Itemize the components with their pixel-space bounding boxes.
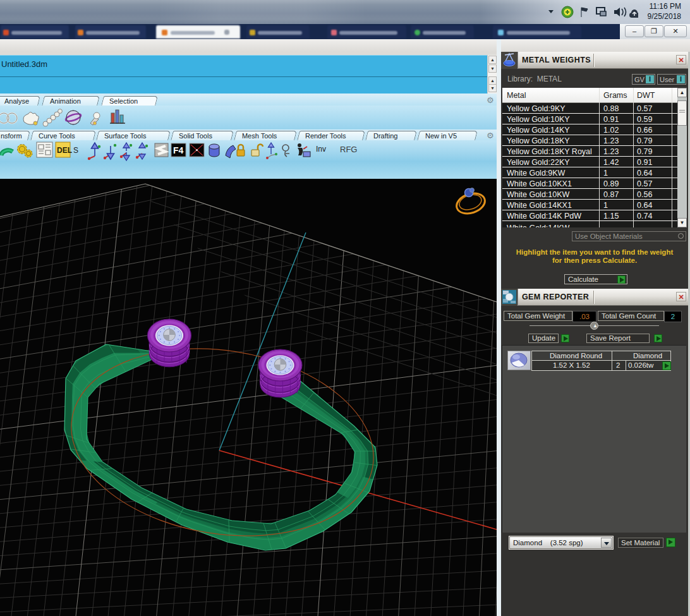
svg-text:S: S (73, 146, 78, 155)
svg-text:F4: F4 (173, 145, 184, 155)
svg-text:DEL: DEL (57, 146, 72, 155)
svg-text:RFG: RFG (340, 145, 357, 154)
svg-text:Inv: Inv (316, 145, 326, 154)
